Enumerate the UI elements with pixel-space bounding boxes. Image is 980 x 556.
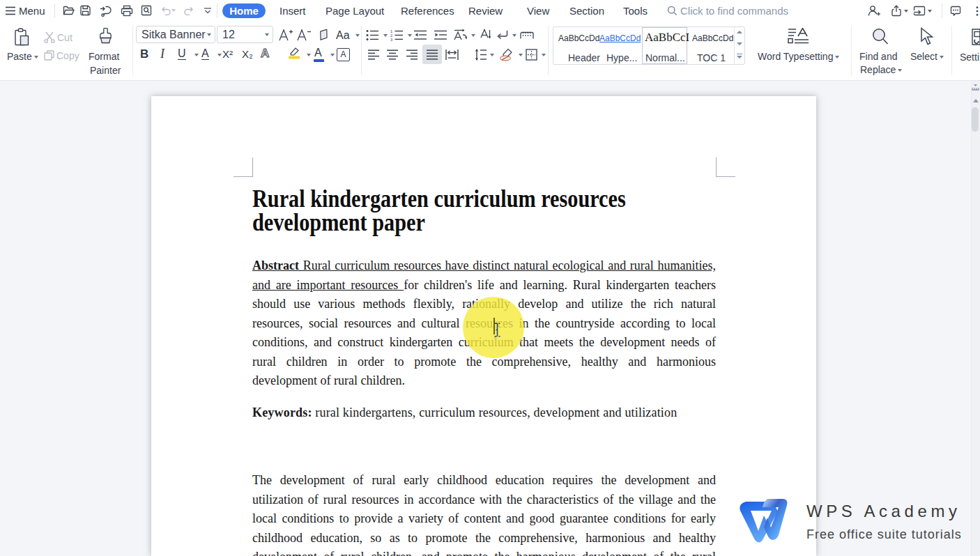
svg-text:3: 3 xyxy=(390,38,392,41)
